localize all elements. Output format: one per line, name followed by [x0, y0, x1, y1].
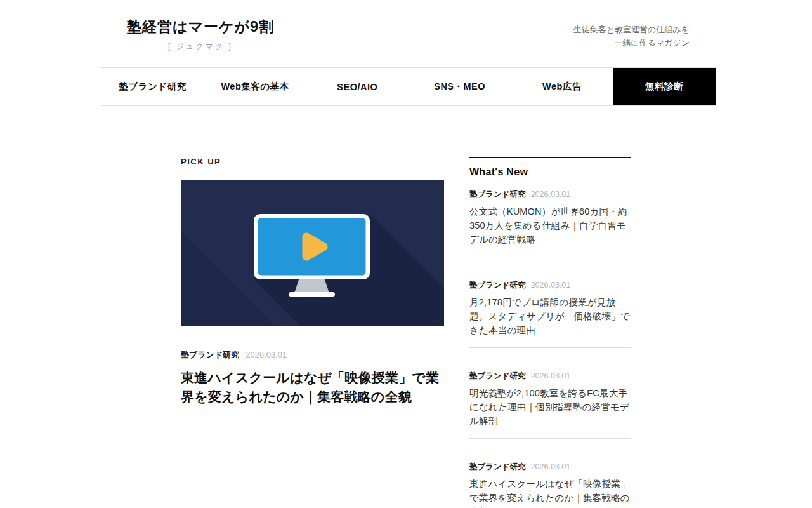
sidebar-article[interactable]: 塾ブランド研究 2026.03.01 明光義塾が2,100教室を誇るFC最大手に… [469, 348, 631, 439]
main-nav: 塾ブランド研究 Web集客の基本 SEO/AIO SNS・MEO Web広告 無… [102, 67, 716, 106]
site-title: 塾経営はマーケが9割 [127, 18, 274, 36]
featured-article-title[interactable]: 東進ハイスクールはなぜ「映像授業」で業界を変えられたのか｜集客戦略の全貌 [181, 368, 444, 406]
sidebar-article[interactable]: 塾ブランド研究 2026.03.01 東進ハイスクールはなぜ「映像授業」で業界を… [469, 439, 631, 508]
whats-new-sidebar: What's New 塾ブランド研究 2026.03.01 公文式（KUMON）… [469, 157, 631, 508]
nav-item-sns-meo[interactable]: SNS・MEO [409, 68, 511, 105]
sidebar-article-category[interactable]: 塾ブランド研究 [469, 189, 526, 200]
featured-article-thumbnail[interactable] [181, 180, 444, 326]
site-tagline: 生徒集客と教室運営の仕組みを 一緒に作るマガジン [573, 23, 690, 50]
pickup-section: PICK UP 塾ブランド研究 2026.03.01 東進ハイスクールはなぜ「映… [181, 157, 444, 508]
sidebar-article-meta: 塾ブランド研究 2026.03.01 [469, 189, 631, 200]
whats-new-heading: What's New [469, 158, 631, 178]
site-subtitle: [ ジュクマク ] [127, 41, 274, 52]
sidebar-article[interactable]: 塾ブランド研究 2026.03.01 月2,178円でプロ講師の授業が見放題。ス… [469, 257, 631, 348]
sidebar-article-meta: 塾ブランド研究 2026.03.01 [469, 462, 631, 472]
sidebar-article-category[interactable]: 塾ブランド研究 [469, 280, 526, 291]
sidebar-article-title[interactable]: 公文式（KUMON）が世界60カ国・約350万人を集める仕組み｜自学自習モデルの… [469, 204, 631, 246]
sidebar-article-date: 2026.03.01 [531, 371, 571, 380]
monitor-base [289, 292, 335, 297]
site-brand[interactable]: 塾経営はマーケが9割 [ ジュクマク ] [127, 18, 274, 52]
sidebar-article-meta: 塾ブランド研究 2026.03.01 [469, 371, 631, 382]
sidebar-article-title[interactable]: 明光義塾が2,100教室を誇るFC最大手になれた理由｜個別指導塾の経営モデル解剖 [469, 386, 631, 428]
nav-item-free-diagnosis-button[interactable]: 無料診断 [613, 68, 716, 105]
monitor-illustration [181, 180, 444, 326]
nav-item-brand-research[interactable]: 塾ブランド研究 [102, 68, 204, 105]
sidebar-article-title[interactable]: 東進ハイスクールはなぜ「映像授業」で業界を変えられたのか｜集客戦略の全貌 [469, 477, 631, 508]
nav-item-seo-aio[interactable]: SEO/AIO [306, 68, 409, 105]
page-container: 塾経営はマーケが9割 [ ジュクマク ] 生徒集客と教室運営の仕組みを 一緒に作… [102, 0, 716, 508]
sidebar-article-date: 2026.03.01 [531, 462, 571, 471]
sidebar-article[interactable]: 塾ブランド研究 2026.03.01 公文式（KUMON）が世界60カ国・約35… [469, 189, 631, 257]
sidebar-article-category[interactable]: 塾ブランド研究 [469, 371, 526, 382]
site-tagline-line1: 生徒集客と教室運営の仕組みを [573, 23, 690, 36]
featured-category-link[interactable]: 塾ブランド研究 [181, 349, 239, 361]
pickup-label: PICK UP [181, 157, 444, 166]
sidebar-article-category[interactable]: 塾ブランド研究 [469, 462, 526, 472]
nav-item-web-acquisition-basics[interactable]: Web集客の基本 [204, 68, 306, 105]
site-header: 塾経営はマーケが9割 [ ジュクマク ] 生徒集客と教室運営の仕組みを 一緒に作… [102, 0, 716, 67]
content-area: PICK UP 塾ブランド研究 2026.03.01 東進ハイスクールはなぜ「映… [181, 106, 631, 508]
sidebar-article-date: 2026.03.01 [531, 190, 571, 199]
nav-item-web-ads[interactable]: Web広告 [511, 68, 613, 105]
featured-article-meta: 塾ブランド研究 2026.03.01 [181, 349, 444, 361]
sidebar-article-meta: 塾ブランド研究 2026.03.01 [469, 280, 631, 291]
sidebar-article-date: 2026.03.01 [531, 281, 571, 290]
featured-date: 2026.03.01 [246, 350, 287, 359]
site-tagline-line2: 一緒に作るマガジン [573, 36, 690, 50]
sidebar-article-title[interactable]: 月2,178円でプロ講師の授業が見放題。スタディサプリが「価格破壊」できた本当の… [469, 295, 631, 337]
